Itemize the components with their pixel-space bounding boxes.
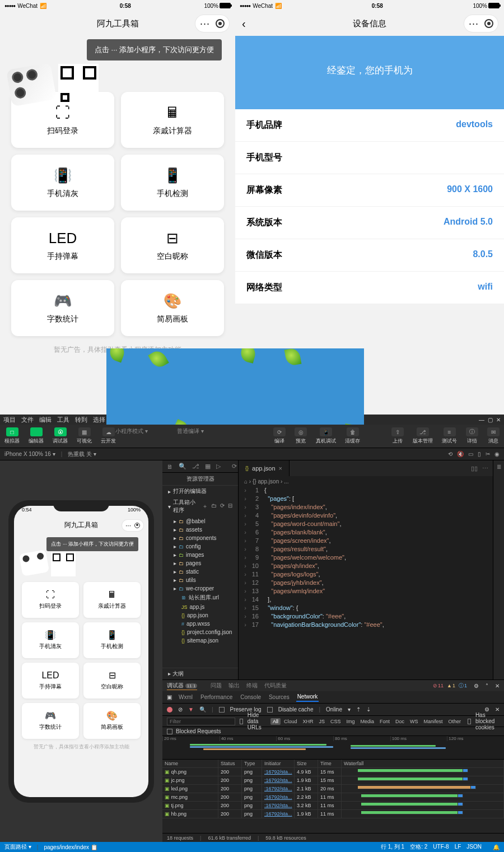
- tool-card[interactable]: 🖩亲戚计算器: [121, 92, 224, 148]
- dbg-tab[interactable]: 问题: [211, 682, 222, 688]
- type-filter[interactable]: XHR: [300, 718, 315, 725]
- col-header[interactable]: Name: [162, 760, 218, 768]
- dbg-tab[interactable]: 代码质量: [264, 682, 287, 688]
- editor-breadcrumb[interactable]: ⌂ › {} app.json › ...: [239, 476, 493, 486]
- status-item[interactable]: LF: [455, 844, 461, 850]
- tree-item[interactable]: ▸ 🗀 images: [162, 551, 238, 559]
- type-filter[interactable]: Font: [377, 718, 392, 725]
- search-devtools-icon[interactable]: 🔍: [199, 706, 206, 713]
- maximize-icon[interactable]: ▢: [488, 417, 493, 423]
- tree-item[interactable]: 🗎 站长图库.url: [162, 593, 238, 603]
- col-header[interactable]: Size: [295, 760, 318, 768]
- network-table[interactable]: NameStatusTypeInitiatorSizeTimeWaterfall…: [162, 760, 504, 833]
- minimap-icon[interactable]: ≣: [497, 464, 501, 470]
- preserve-log-checkbox[interactable]: [219, 707, 225, 713]
- filter-funnel-icon[interactable]: ▼: [188, 706, 194, 713]
- status-item[interactable]: 行 1, 列 1: [381, 844, 404, 850]
- type-filter[interactable]: Cloud: [282, 718, 300, 725]
- phone-frame-icon[interactable]: ▭: [468, 451, 473, 457]
- device-selector-bar[interactable]: iPhone X 100% 16 ▾ | 热重载 关 ▾ ⟲ 🔇 ▭ ▯ ✂ ◉: [0, 448, 504, 460]
- miniprogram-capsule[interactable]: ···: [464, 15, 498, 32]
- menu-item[interactable]: 文件: [21, 416, 34, 423]
- tool-button[interactable]: 🗑清缓存: [340, 425, 365, 448]
- col-header[interactable]: Initiator: [262, 760, 295, 768]
- disable-cache-checkbox[interactable]: [267, 707, 273, 713]
- notification-bell-icon[interactable]: 🔔: [493, 844, 500, 850]
- tool-button[interactable]: ⦿调试器: [48, 425, 72, 448]
- clear-icon[interactable]: ⊘: [178, 706, 183, 713]
- sim-card[interactable]: 📳手机清灰: [22, 622, 79, 658]
- tree-item[interactable]: ▸ 🗀 components: [162, 534, 238, 542]
- back-icon[interactable]: ‹: [242, 17, 246, 30]
- net-row[interactable]: ▣ mc.png 200png :16792/sta... 2.2 kB11 m…: [162, 793, 504, 802]
- new-folder-icon[interactable]: 🗀: [211, 502, 217, 510]
- upload-har-icon[interactable]: ⇡: [356, 706, 361, 713]
- tree-item[interactable]: JS app.js: [162, 603, 238, 611]
- tree-item[interactable]: ▸ 🗀 @babel: [162, 517, 238, 525]
- network-timeline[interactable]: 20 ms40 ms60 ms80 ms100 ms120 ms: [162, 736, 504, 760]
- menu-item[interactable]: 项目: [3, 416, 16, 423]
- devtools-tab[interactable]: Performance: [199, 693, 234, 701]
- tool-button[interactable]: ◎预览: [290, 425, 311, 448]
- tree-item[interactable]: {} sitemap.json: [162, 636, 238, 645]
- cut-icon[interactable]: ✂: [486, 451, 490, 457]
- devtools-tab[interactable]: Console: [239, 693, 262, 701]
- sim-card[interactable]: ⊟空白昵称: [83, 663, 141, 699]
- more-editor-icon[interactable]: ⋯: [482, 465, 488, 472]
- ext-nav-icon[interactable]: ▦: [205, 463, 211, 470]
- type-filter[interactable]: Manifest: [422, 718, 445, 725]
- search-nav-icon[interactable]: 🔍: [179, 463, 186, 470]
- main-toolbar[interactable]: □模拟器编辑器⦿调试器▦可视化☁云开发 小程序模式 ▾普通编译 ▾ ⟳编译◎预览…: [0, 425, 504, 448]
- col-header[interactable]: Waterfall: [342, 760, 504, 768]
- mute-icon[interactable]: 🔇: [457, 451, 464, 457]
- devtools-close-icon[interactable]: ✕: [495, 683, 500, 689]
- page-path-value[interactable]: pages/index/index 📋: [44, 844, 97, 850]
- tool-card[interactable]: 📱手机检测: [121, 155, 224, 211]
- tool-card[interactable]: LED手持弹幕: [11, 217, 114, 273]
- sim-card[interactable]: 🎨简易画板: [83, 703, 141, 739]
- ide-status-bar[interactable]: 页面路径 ▾ | pages/index/index 📋 行 1, 列 1空格:…: [0, 842, 504, 852]
- new-file-icon[interactable]: ＋: [202, 502, 208, 510]
- type-filter[interactable]: Media: [358, 718, 377, 725]
- tree-item[interactable]: {} app.json: [162, 611, 238, 620]
- tree-item[interactable]: {} project.config.json: [162, 628, 238, 636]
- devtools-tab[interactable]: Network: [296, 692, 319, 702]
- sub-select[interactable]: 普通编译 ▾: [174, 427, 207, 435]
- tool-card[interactable]: 🎮字数统计: [11, 280, 114, 336]
- rec-icon[interactable]: ◉: [494, 451, 500, 457]
- tool-card[interactable]: 🎨简易画板: [121, 280, 224, 336]
- explorer-pane[interactable]: 🗎 🔍 ⎇ ▦ ▷ ⟳ 资源管理器 ▸打开的编辑器 ▾工具箱小程序: [162, 460, 239, 679]
- tool-card[interactable]: ⊟空白昵称: [121, 217, 224, 273]
- col-header[interactable]: Status: [218, 760, 242, 768]
- col-header[interactable]: Type: [242, 760, 262, 768]
- inspect-icon[interactable]: ▣: [167, 694, 172, 700]
- type-filter[interactable]: CSS: [328, 718, 343, 725]
- device-selector[interactable]: iPhone X 100% 16 ▾: [4, 451, 55, 457]
- blocked-req-checkbox[interactable]: [167, 729, 172, 734]
- tree-item[interactable]: ▸ 🗀 config: [162, 542, 238, 551]
- devtools-settings-icon[interactable]: ⚙: [474, 683, 479, 689]
- type-filter[interactable]: Other: [446, 718, 464, 725]
- editor-tab-row[interactable]: {} app.json × ▯▯ ⋯: [239, 460, 493, 476]
- hide-data-checkbox[interactable]: [240, 719, 243, 724]
- test-nav-icon[interactable]: ▷: [216, 463, 221, 470]
- tree-item[interactable]: ▸ 🗀 assets: [162, 525, 238, 534]
- type-filter[interactable]: Doc: [393, 718, 407, 725]
- editor-tab[interactable]: {} app.json ×: [239, 460, 290, 476]
- git-nav-icon[interactable]: ⎇: [192, 463, 199, 470]
- tool-card[interactable]: 📳手机清灰: [11, 155, 114, 211]
- refresh-tree-icon[interactable]: ⟳: [220, 502, 225, 510]
- menu-item[interactable]: 编辑: [39, 416, 52, 423]
- dbg-tab[interactable]: 输出: [228, 682, 240, 688]
- sim-card[interactable]: LED手持弹幕: [22, 663, 79, 699]
- split-editor-icon[interactable]: ▯▯: [471, 465, 478, 472]
- filter-input[interactable]: [167, 718, 235, 725]
- net-row[interactable]: ▣ hb.png 200png :16792/sta... 1.9 kB11 m…: [162, 810, 504, 818]
- menu-icon[interactable]: ···: [469, 18, 479, 29]
- collapse-icon[interactable]: ⊟: [228, 502, 232, 510]
- tree-item[interactable]: ▸ 🗀 static: [162, 567, 238, 576]
- sim-card[interactable]: 📱手机检测: [83, 622, 141, 658]
- tool-button[interactable]: 📱真机调试: [311, 425, 340, 448]
- close-icon[interactable]: [216, 19, 225, 28]
- close-icon[interactable]: [484, 19, 493, 28]
